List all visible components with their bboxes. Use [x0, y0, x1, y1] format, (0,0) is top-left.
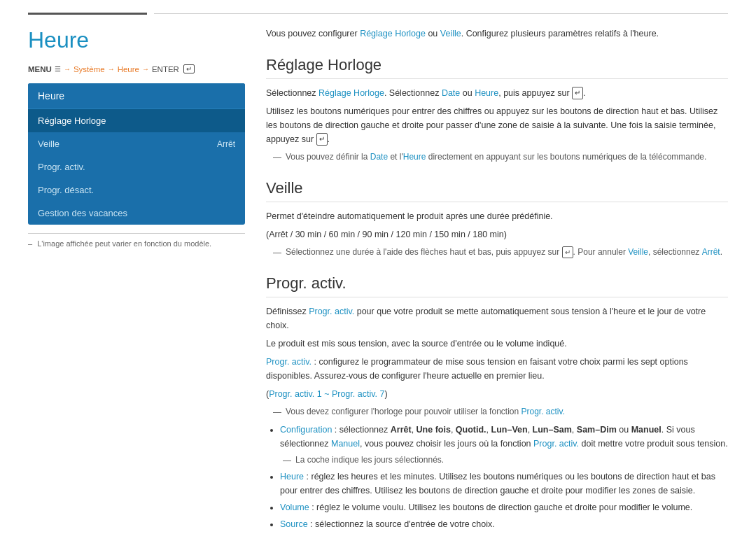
top-bar-line-left [28, 13, 147, 15]
section-progr-activ: Progr. activ. Définissez Progr. activ. p… [266, 274, 728, 531]
menu-icon: ☰ [55, 65, 61, 73]
veille-note-text: Sélectionnez une durée à l'aide des flèc… [286, 246, 722, 258]
note-dash: – [28, 239, 32, 248]
section-reglage-horloge: Réglage Horloge Sélectionnez Réglage Hor… [266, 56, 728, 164]
bullet-coche: — La coche indique les jours sélectionné… [276, 454, 728, 467]
note-tick-2: — [273, 246, 281, 259]
menu-item-veille[interactable]: Veille Arrêt [28, 132, 245, 155]
breadcrumb-enter-icon: ↵ [183, 64, 195, 73]
bullet-label-heure: Heure [280, 472, 304, 482]
progr-link1: Progr. activ. [309, 307, 354, 316]
progr-range-link: Progr. activ. 1 ~ Progr. activ. 7 [269, 389, 384, 399]
progr-note1: — Vous devez configurer l'horloge pour p… [273, 405, 728, 419]
progr-link2: Progr. activ. [266, 357, 312, 367]
progr-p2: Le produit est mis sous tension, avec la… [266, 337, 728, 351]
breadcrumb-arrow-1: → [64, 65, 71, 73]
page-title: Heure [28, 27, 245, 53]
breadcrumb-enter-label: ENTER [152, 65, 179, 73]
reglage-note-text: Vous pouvez définir la Date et l'Heure d… [286, 150, 706, 163]
menu-item-value: Arrêt [217, 139, 235, 149]
bullet-label-volume: Volume [280, 503, 309, 512]
reglage-note: — Vous pouvez définir la Date et l'Heure… [273, 150, 728, 164]
note-text: L'image affichée peut varier en fonction… [37, 239, 211, 248]
menu-item-label: Veille [38, 139, 59, 149]
menu-item-progr-desact[interactable]: Progr. désact. [28, 178, 245, 202]
menu-item-label: Gestion des vacances [38, 208, 127, 218]
menu-item-label: Réglage Horloge [38, 115, 106, 126]
veille-p1: Permet d'éteindre automatiquement le pro… [266, 209, 728, 223]
progr-note1-text: Vous devez configurer l'horloge pour pou… [286, 405, 565, 418]
bullet-label-source: Source [280, 519, 308, 529]
coche-text: La coche indique les jours sélectionnés. [295, 454, 444, 466]
menu-item-gestion-vacances[interactable]: Gestion des vacances [28, 202, 245, 225]
coche-tick: — [283, 454, 291, 467]
breadcrumb-arrow-2: → [108, 65, 115, 73]
reglage-link2: Date [442, 88, 460, 98]
bullet-configuration: Configuration : sélectionnez Arrêt, Une … [280, 423, 728, 451]
menu-item-reglage-horloge[interactable]: Réglage Horloge [28, 109, 245, 132]
veille-note: — Sélectionnez une durée à l'aide des fl… [273, 246, 728, 259]
reglage-p1: Sélectionnez Réglage Horloge. Sélectionn… [266, 86, 728, 100]
bullet-volume: Volume : réglez le volume voulu. Utilise… [280, 500, 728, 514]
bullet-source: Source : sélectionnez la source d'entrée… [280, 517, 728, 531]
menu-item-label: Progr. activ. [38, 162, 85, 172]
link-reglage-horloge: Réglage Horloge [360, 29, 426, 38]
top-bar-line-right [154, 13, 728, 14]
section-title-reglage: Réglage Horloge [266, 56, 728, 79]
progr-p3: Progr. activ. : configurez le programmat… [266, 355, 728, 383]
breadcrumb-menu: MENU [28, 65, 52, 73]
progr-bullet-list: Configuration : sélectionnez Arrêt, Une … [280, 423, 728, 531]
section-veille: Veille Permet d'éteindre automatiquement… [266, 179, 728, 259]
breadcrumb-systeme: Système [74, 65, 105, 73]
menu-box: Heure Réglage Horloge Veille Arrêt Progr… [28, 83, 245, 225]
reglage-link1: Réglage Horloge [318, 88, 384, 98]
enter-icon-2: ↵ [316, 133, 328, 146]
note-tick-3: — [273, 406, 281, 419]
reglage-p2: Utilisez les boutons numériques pour ent… [266, 104, 728, 146]
enter-icon: ↵ [572, 87, 583, 99]
breadcrumb-heure: Heure [118, 65, 139, 73]
content-wrapper: Heure MENU ☰ → Système → Heure → ENTER ↵… [0, 15, 756, 534]
link-veille: Veille [440, 29, 461, 38]
section-title-veille: Veille [266, 179, 728, 202]
progr-p4: (Progr. activ. 1 ~ Progr. activ. 7) [266, 387, 728, 401]
reglage-link3: Heure [475, 88, 498, 98]
right-intro: Vous pouvez configurer Réglage Horloge o… [266, 27, 728, 41]
breadcrumb-arrow-3: → [142, 65, 149, 73]
breadcrumb: MENU ☰ → Système → Heure → ENTER ↵ [28, 64, 245, 73]
menu-header: Heure [28, 83, 245, 109]
top-bar [0, 0, 756, 15]
menu-item-label: Progr. désact. [38, 185, 94, 195]
right-panel: Vous pouvez configurer Réglage Horloge o… [266, 22, 728, 534]
menu-item-progr-activ[interactable]: Progr. activ. [28, 155, 245, 178]
left-note: – L'image affichée peut varier en foncti… [28, 233, 245, 248]
section-title-progr: Progr. activ. [266, 274, 728, 297]
left-panel: Heure MENU ☰ → Système → Heure → ENTER ↵… [28, 22, 245, 534]
veille-options: (Arrêt / 30 min / 60 min / 90 min / 120 … [266, 227, 728, 241]
bullet-heure: Heure : réglez les heures et les minutes… [280, 470, 728, 498]
coche-note: — La coche indique les jours sélectionné… [283, 454, 728, 467]
progr-p1: Définissez Progr. activ. pour que votre … [266, 304, 728, 332]
note-tick: — [273, 151, 281, 164]
bullet-label-configuration: Configuration [280, 425, 332, 435]
